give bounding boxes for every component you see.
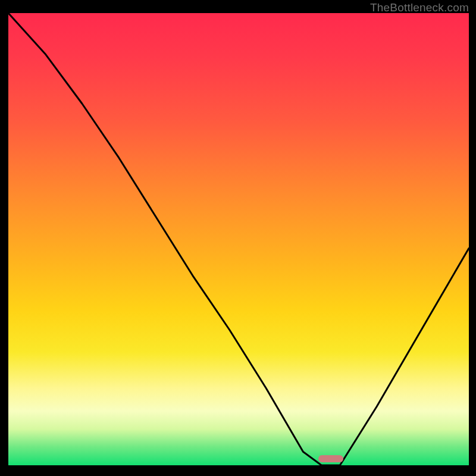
plot-area [8,13,469,465]
bottleneck-curve-path [8,13,469,465]
chart-frame: TheBottleneck.com [0,0,476,476]
watermark-text: TheBottleneck.com [370,1,469,14]
curve-svg [8,13,469,465]
valley-marker [318,455,343,462]
